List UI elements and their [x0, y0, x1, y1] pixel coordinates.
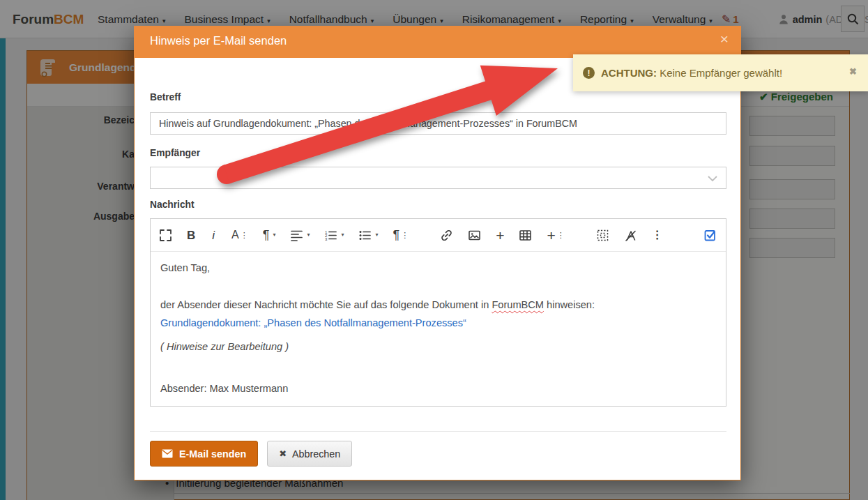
app-root: ForumBCM Stammdaten▾ Business Impact▾ No… [0, 0, 868, 500]
empfaenger-select[interactable] [150, 167, 726, 189]
warning-toast: ! ACHTUNG: Keine Empfänger gewählt! ✖ [573, 54, 868, 91]
insert-plus-icon[interactable]: + [496, 228, 504, 243]
chevron-down-icon [708, 176, 717, 181]
message-body-line: der Absender dieser Nachricht möchte Sie… [160, 298, 716, 312]
align-left-icon[interactable]: ▾ [290, 229, 310, 242]
close-icon[interactable]: × [720, 31, 729, 46]
clear-formatting-icon[interactable] [624, 229, 637, 242]
dialog-footer: E-Mail senden ✖ Abbrechen [150, 441, 352, 467]
message-greeting: Guten Tag, [160, 261, 716, 275]
footer-divider [150, 431, 726, 432]
select-all-icon[interactable] [596, 229, 609, 242]
send-email-button[interactable]: E-Mail senden [150, 441, 258, 467]
text-color-icon[interactable]: A⋮ [231, 229, 248, 241]
message-sender: Absender: Max Mustermann [160, 381, 716, 395]
toast-message: ACHTUNG: Keine Empfänger gewählt! [601, 67, 782, 79]
insert-table-icon[interactable] [519, 229, 532, 242]
envelope-icon [162, 449, 173, 458]
rich-text-editor: B i A⋮ ¶▾ ▾ 123▾ ▾ ¶⋮ + +⋮ ⋮ Guten Tag, [150, 218, 726, 407]
cancel-button[interactable]: ✖ Abbrechen [267, 441, 352, 467]
insert-table-plus-icon[interactable]: +⋮ [547, 228, 564, 243]
bold-icon[interactable]: B [187, 229, 195, 241]
unordered-list-icon[interactable]: ▾ [358, 229, 378, 242]
betreff-input[interactable] [150, 112, 726, 135]
betreff-label: Betreff [150, 92, 181, 103]
paragraph-format-icon[interactable]: ¶▾ [263, 229, 276, 241]
svg-text:3: 3 [325, 236, 328, 241]
cancel-x-icon: ✖ [279, 448, 287, 459]
fullscreen-icon[interactable] [159, 229, 172, 242]
insert-link-icon[interactable] [440, 229, 453, 242]
insert-image-icon[interactable] [468, 229, 481, 242]
editor-toolbar: B i A⋮ ¶▾ ▾ 123▾ ▾ ¶⋮ + +⋮ ⋮ [151, 219, 726, 252]
spellcheck-word: ForumBCM [492, 299, 544, 310]
italic-icon[interactable]: i [210, 229, 217, 241]
ordered-list-icon[interactable]: 123▾ [324, 229, 344, 242]
code-view-checkbox[interactable] [704, 229, 717, 242]
more-options-icon[interactable]: ⋮ [652, 229, 663, 241]
dialog-title: Hinweis per E-Mail senden [150, 34, 287, 47]
nachricht-label: Nachricht [150, 199, 195, 210]
warning-icon: ! [583, 67, 595, 79]
email-dialog: Hinweis per E-Mail senden × Betreff Empf… [134, 26, 741, 480]
paragraph-style-icon[interactable]: ¶⋮ [393, 229, 409, 241]
empfaenger-label: Empfänger [150, 148, 200, 158]
toast-close-icon[interactable]: ✖ [849, 66, 857, 77]
document-link[interactable]: Grundlagendokument: „Phasen des Notfallm… [160, 317, 466, 328]
message-body-editable[interactable]: Guten Tag, der Absender dieser Nachricht… [151, 252, 726, 407]
dialog-header: Hinweis per E-Mail senden × [134, 26, 741, 58]
message-note: ( Hinweise zur Bearbeitung ) [160, 340, 716, 354]
document-link-line: Grundlagendokument: „Phasen des Notfallm… [160, 316, 716, 330]
